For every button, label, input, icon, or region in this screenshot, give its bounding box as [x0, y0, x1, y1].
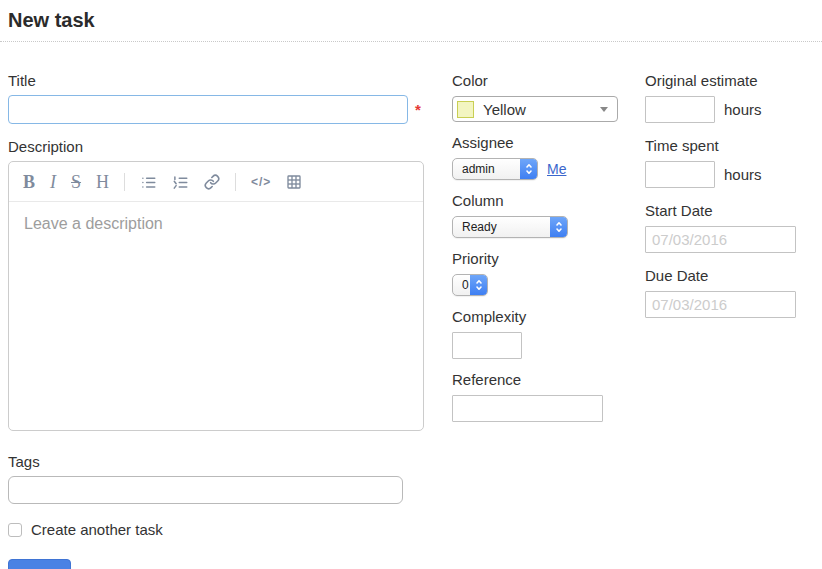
reference-input[interactable]: [452, 395, 603, 422]
priority-select[interactable]: 0: [452, 274, 488, 296]
chevron-down-icon: [600, 107, 608, 112]
required-asterisk: *: [415, 101, 421, 118]
due-date-input[interactable]: [645, 291, 796, 318]
save-button[interactable]: Save: [8, 559, 71, 569]
priority-group: Priority 0: [452, 250, 645, 296]
reference-group: Reference: [452, 371, 645, 422]
assignee-group: Assignee admin Me: [452, 134, 645, 180]
hours-unit-label: hours: [724, 101, 762, 118]
page-title: New task: [0, 0, 822, 42]
due-date-label: Due Date: [645, 267, 822, 284]
time-spent-row: hours: [645, 161, 822, 188]
editor-toolbar: B I S H </>: [9, 162, 423, 202]
left-column: Title * Description B I S H </> Leave a …: [8, 72, 424, 569]
save-row: Save or cancel: [8, 559, 424, 569]
create-another-checkbox[interactable]: [8, 523, 22, 537]
color-label: Color: [452, 72, 645, 89]
code-button[interactable]: </>: [251, 176, 271, 188]
strikethrough-button[interactable]: S: [71, 173, 81, 191]
description-placeholder: Leave a description: [24, 215, 163, 232]
middle-column: Color Yellow Assignee admin Me Column Re…: [452, 72, 645, 569]
select-stepper-icon: [470, 274, 487, 296]
toolbar-divider: [124, 173, 125, 191]
assignee-selected-value: admin: [453, 162, 495, 176]
start-date-group: Start Date: [645, 202, 822, 253]
complexity-input[interactable]: [452, 332, 522, 359]
select-stepper-icon: [550, 216, 567, 238]
table-button[interactable]: [286, 174, 302, 190]
tags-input[interactable]: [8, 476, 403, 504]
bold-button[interactable]: B: [23, 173, 35, 191]
heading-button[interactable]: H: [96, 173, 109, 191]
title-input[interactable]: [8, 95, 408, 124]
toolbar-divider: [235, 173, 236, 191]
italic-button[interactable]: I: [50, 173, 56, 191]
assign-to-me-link[interactable]: Me: [547, 161, 566, 177]
description-label: Description: [8, 138, 424, 155]
table-icon: [286, 174, 302, 190]
assignee-select[interactable]: admin: [452, 158, 538, 180]
original-estimate-group: Original estimate hours: [645, 72, 822, 123]
column-label: Column: [452, 192, 645, 209]
column-group: Column Ready: [452, 192, 645, 238]
assignee-label: Assignee: [452, 134, 645, 151]
color-select[interactable]: Yellow: [452, 96, 618, 122]
title-label: Title: [8, 72, 424, 89]
tags-label: Tags: [8, 453, 424, 470]
color-selected-value: Yellow: [483, 101, 526, 118]
unordered-list-icon: [140, 175, 157, 190]
select-stepper-icon: [520, 158, 537, 180]
create-another-row: Create another task: [8, 521, 424, 538]
original-estimate-row: hours: [645, 96, 822, 123]
time-spent-group: Time spent hours: [645, 137, 822, 188]
ordered-list-button[interactable]: [172, 175, 189, 190]
original-estimate-input[interactable]: [645, 96, 715, 123]
link-icon: [204, 174, 220, 190]
due-date-group: Due Date: [645, 267, 822, 318]
column-select[interactable]: Ready: [452, 216, 568, 238]
priority-selected-value: 0: [453, 278, 469, 292]
color-group: Color Yellow: [452, 72, 645, 122]
start-date-label: Start Date: [645, 202, 822, 219]
priority-label: Priority: [452, 250, 645, 267]
time-spent-input[interactable]: [645, 161, 715, 188]
assignee-row: admin Me: [452, 158, 645, 180]
column-selected-value: Ready: [453, 220, 497, 234]
new-task-form: Title * Description B I S H </> Leave a …: [0, 72, 822, 569]
original-estimate-label: Original estimate: [645, 72, 822, 89]
unordered-list-button[interactable]: [140, 175, 157, 190]
reference-label: Reference: [452, 371, 645, 388]
hours-unit-label: hours: [724, 166, 762, 183]
color-swatch-yellow: [457, 101, 474, 118]
right-column: Original estimate hours Time spent hours…: [645, 72, 822, 569]
description-textarea[interactable]: Leave a description: [9, 202, 423, 246]
link-button[interactable]: [204, 174, 220, 190]
complexity-label: Complexity: [452, 308, 645, 325]
description-editor: B I S H </> Leave a description: [8, 161, 424, 431]
time-spent-label: Time spent: [645, 137, 822, 154]
create-another-label: Create another task: [31, 521, 163, 538]
start-date-input[interactable]: [645, 226, 796, 253]
ordered-list-icon: [172, 175, 189, 190]
title-row: *: [8, 95, 424, 124]
complexity-group: Complexity: [452, 308, 645, 359]
